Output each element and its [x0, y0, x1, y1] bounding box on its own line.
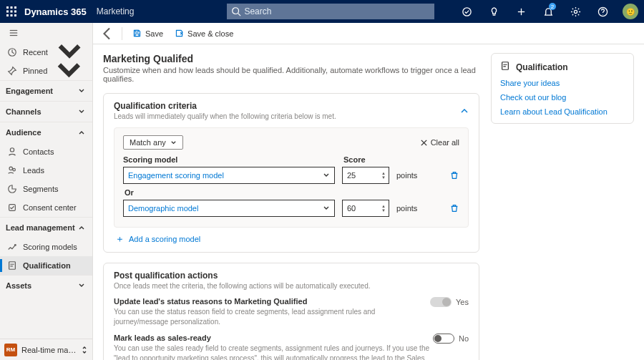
match-mode-dropdown[interactable]: Match any	[123, 135, 183, 150]
chevron-up-icon	[78, 129, 85, 136]
area-picker[interactable]: RM Real-time marketi…	[0, 339, 92, 360]
person-icon	[7, 147, 17, 157]
lightbulb-icon[interactable]	[484, 0, 504, 23]
nav-group-audience[interactable]: Audience	[0, 122, 92, 142]
global-topbar: Dynamics 365 Marketing 2 🙂	[0, 0, 644, 23]
close-icon	[420, 139, 428, 147]
nav-group-channels[interactable]: Channels	[0, 102, 92, 122]
card-subtitle: Once leads meet the criteria, the follow…	[114, 282, 371, 290]
scoring-model-label: Scoring model	[123, 155, 335, 164]
qualification-criteria-card: Qualification criteria Leads will immedi…	[103, 93, 479, 253]
svg-rect-28	[135, 30, 138, 31]
scoring-model-select[interactable]: Engagement scoring model	[123, 167, 335, 184]
save-button[interactable]: Save	[128, 25, 167, 42]
svg-point-22	[10, 148, 14, 152]
svg-rect-4	[11, 11, 13, 13]
nav-leads[interactable]: Leads	[0, 161, 92, 180]
action-title: Mark leads as sales-ready	[114, 334, 433, 342]
toggle-switch	[433, 334, 454, 344]
updown-icon	[81, 346, 88, 354]
main-area: Save Save & close Marketing Qualifed Cus…	[93, 23, 644, 360]
action-description: You can use the status reason field to c…	[114, 307, 430, 326]
svg-rect-6	[6, 14, 9, 16]
svg-rect-30	[502, 62, 509, 70]
app-launcher-icon[interactable]	[6, 6, 17, 17]
help-link-blog[interactable]: Check out our blog	[500, 93, 625, 102]
help-icon[interactable]	[592, 0, 613, 23]
points-label: points	[396, 204, 417, 213]
save-close-icon	[175, 29, 184, 38]
nav-qualification[interactable]: Qualification	[0, 256, 92, 275]
chevron-down-icon	[78, 282, 85, 289]
chevron-down-icon	[323, 172, 330, 179]
chevron-up-icon[interactable]	[460, 107, 469, 115]
svg-point-23	[9, 167, 12, 170]
settings-icon[interactable]	[565, 0, 585, 23]
help-link-share-ideas[interactable]: Share your ideas	[500, 79, 625, 87]
or-label: Or	[125, 188, 459, 197]
svg-line-10	[238, 14, 241, 16]
help-card: Qualification Share your ideas Check out…	[491, 53, 634, 124]
action-title: Update lead's status reasons to Marketin…	[114, 297, 430, 306]
chevron-down-icon	[323, 205, 330, 212]
consent-icon	[7, 203, 17, 213]
pin-icon	[7, 66, 17, 76]
nav-group-assets[interactable]: Assets	[0, 276, 92, 296]
sales-ready-toggle[interactable]: No	[433, 334, 469, 344]
action-description: You can use the sales ready field to cre…	[114, 344, 433, 360]
area-name: Real-time marketi…	[21, 346, 77, 354]
global-search	[227, 4, 434, 19]
nav-contacts[interactable]: Contacts	[0, 142, 92, 161]
chevron-down-icon	[53, 55, 85, 87]
card-title: Post qualification actions	[114, 271, 371, 281]
svg-rect-5	[14, 11, 16, 13]
scoring-icon	[7, 242, 17, 252]
nav-label: Recent	[23, 48, 48, 57]
svg-rect-2	[14, 6, 16, 9]
qualification-icon	[7, 261, 17, 271]
save-and-close-button[interactable]: Save & close	[170, 25, 238, 42]
nav-consent-center[interactable]: Consent center	[0, 198, 92, 217]
page-title: Marketing Qualifed	[103, 53, 479, 64]
svg-rect-8	[14, 14, 16, 16]
svg-point-17	[602, 14, 603, 14]
points-label: points	[396, 171, 417, 180]
nav-group-lead-management[interactable]: Lead management	[0, 218, 92, 238]
spinner-icon[interactable]: ▲▼	[381, 171, 386, 180]
delete-row-button[interactable]	[449, 203, 459, 213]
nav-pinned[interactable]: Pinned	[0, 62, 92, 80]
clear-all-button[interactable]: Clear all	[420, 138, 459, 147]
svg-rect-1	[11, 6, 13, 9]
status-reason-toggle[interactable]: Yes	[430, 297, 469, 307]
back-button[interactable]	[99, 25, 116, 42]
chevron-up-icon	[78, 224, 85, 231]
save-icon	[132, 29, 142, 38]
area-badge: RM	[4, 344, 17, 356]
add-icon[interactable]	[511, 0, 531, 23]
clock-icon	[7, 47, 17, 57]
assistant-icon[interactable]	[457, 0, 477, 23]
svg-rect-7	[11, 14, 13, 16]
module-name: Marketing	[97, 6, 135, 16]
spinner-icon[interactable]: ▲▼	[381, 204, 386, 213]
user-avatar[interactable]: 🙂	[623, 4, 638, 19]
notifications-icon[interactable]: 2	[538, 0, 558, 23]
svg-rect-27	[9, 262, 16, 270]
help-link-learn[interactable]: Learn about Lead Qualification	[500, 107, 625, 116]
add-scoring-model-button[interactable]: ＋ Add a scoring model	[114, 235, 469, 243]
svg-point-24	[13, 168, 16, 171]
segments-icon	[7, 184, 17, 194]
nav-segments[interactable]: Segments	[0, 180, 92, 198]
criteria-group: Match any Clear all Scoring model Score	[114, 127, 469, 228]
score-label: Score	[343, 155, 366, 164]
chevron-down-icon	[78, 87, 85, 94]
svg-point-15	[574, 10, 577, 13]
nav-scoring-models[interactable]: Scoring models	[0, 238, 92, 256]
score-input[interactable]: 25 ▲▼	[342, 167, 389, 184]
scoring-model-select[interactable]: Demographic model	[123, 200, 335, 217]
score-input[interactable]: 60 ▲▼	[342, 200, 389, 217]
delete-row-button[interactable]	[449, 170, 459, 180]
svg-rect-29	[135, 34, 139, 36]
chevron-down-icon	[78, 108, 85, 115]
search-input[interactable]	[227, 4, 434, 19]
